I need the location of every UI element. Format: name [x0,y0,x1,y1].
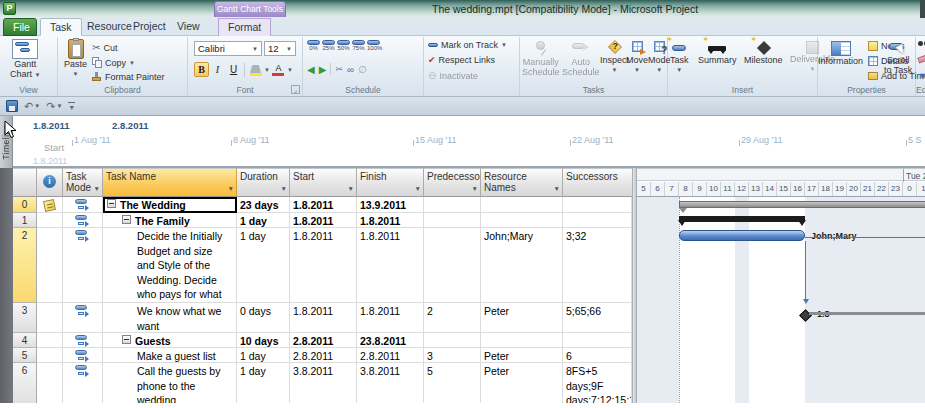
italic-button[interactable]: I [210,62,225,77]
task-blue-bar[interactable] [679,230,805,241]
inspect-button[interactable]: ? Inspect▼ [600,39,629,75]
duration-cell[interactable]: 1 day [237,348,290,363]
split-task-icon[interactable]: ✂ [335,64,343,74]
finish-cell[interactable]: 1.8.2011 [357,303,424,333]
app-icon[interactable]: P [3,2,16,15]
predecessor-cell[interactable]: 3 [424,348,481,363]
filter-arrow-icon[interactable]: ▼ [472,183,478,194]
mark-on-track-button[interactable]: Mark on Track▼ [428,40,507,50]
successors-cell[interactable] [563,197,632,213]
task-mode-cell[interactable] [63,197,103,213]
column-header-successors[interactable]: Successors [563,168,632,197]
filter-arrow-icon[interactable]: ▼ [228,183,234,194]
successors-cell[interactable] [563,213,632,228]
row-header[interactable]: 3 [13,303,37,333]
filter-arrow-icon[interactable]: ▼ [94,183,100,194]
task-name-cell[interactable]: Guests [103,333,237,348]
row-header[interactable]: 0 [13,197,37,213]
qat-customize-button[interactable]: ▼ [68,102,75,111]
background-color-button[interactable] [248,62,263,77]
task-name-cell[interactable]: The Family meeting [103,213,237,228]
indent-task-icon[interactable]: ▶ [319,64,327,75]
resource-names-cell[interactable] [481,197,563,213]
outdent-task-icon[interactable]: ◀ [307,64,315,75]
duration-cell[interactable]: 0 days [237,303,290,333]
task-name-cell[interactable]: Call the guests by phone to the wedding [103,363,237,403]
task-name-cell[interactable]: We know what we want [103,303,237,333]
resource-names-cell[interactable] [481,213,563,228]
start-cell[interactable]: 1.8.2011 [290,228,357,303]
column-header-duration[interactable]: Duration▼ [237,168,290,197]
task-mode-cell[interactable] [63,348,103,363]
insert-milestone-button[interactable]: ✶ Milestone [744,39,783,65]
start-cell[interactable]: 3.8.2011 [290,363,357,403]
start-cell[interactable]: 1.8.2011 [290,197,357,213]
clear-button[interactable] [918,56,925,62]
resource-names-cell[interactable]: Peter [481,303,563,333]
move-button[interactable]: Move▼ [626,39,648,75]
duration-cell[interactable]: 1 day [237,213,290,228]
indicator-cell[interactable] [37,228,63,303]
insert-summary-button[interactable]: ✶ Summary [698,39,737,65]
row-header[interactable]: 1 [13,213,37,228]
column-header-task-name[interactable]: Task Name▼ [103,168,237,197]
successors-cell[interactable] [563,333,632,348]
finish-cell[interactable]: 23.8.2011 [357,333,424,348]
start-cell[interactable]: 1.8.2011 [290,213,357,228]
row-header[interactable]: 2 [13,228,37,303]
row-header[interactable]: 5 [13,348,37,363]
predecessor-cell[interactable] [424,197,481,213]
duration-cell[interactable]: 1 day [237,363,290,403]
summary-black-bar[interactable] [679,216,805,222]
format-painter-button[interactable]: Format Painter [92,72,165,82]
copy-button[interactable]: Copy ▼ [92,57,135,68]
finish-cell[interactable]: 3.8.2011 [357,363,424,403]
resource-names-cell[interactable]: Peter [481,348,563,363]
task-mode-cell[interactable] [63,213,103,228]
finish-cell[interactable]: 2.8.2011 [357,348,424,363]
column-header-task-mode[interactable]: Task Mode▼ [63,168,103,197]
insert-task-button[interactable]: ✶ Task▼ [670,39,689,75]
column-header-info[interactable]: i [37,168,63,197]
resource-names-cell[interactable]: John;Mary [481,228,563,303]
filter-arrow-icon[interactable]: ▼ [415,183,421,194]
gantt-timescale-days[interactable]: Tue 2 [637,168,925,181]
find-button[interactable] [918,41,925,48]
successors-cell[interactable]: 3;32 [563,228,632,303]
resource-names-cell[interactable]: Peter [481,363,563,403]
indicator-cell[interactable] [37,303,63,333]
fill-button[interactable]: ▼ [918,71,925,81]
font-size-select[interactable]: 12▼ [264,41,296,56]
predecessor-cell[interactable] [424,213,481,228]
link-tasks-icon[interactable]: ∞ [347,64,354,75]
manually-schedule-button[interactable]: ManuallySchedule [522,39,560,77]
task-mode-cell[interactable] [63,363,103,403]
inactivate-button[interactable]: ⊖ Inactivate [428,70,478,81]
indicator-cell[interactable] [37,213,63,228]
summary-gray-bar[interactable] [679,201,925,208]
progress-75-button[interactable]: 75% [352,40,365,51]
finish-cell[interactable]: 1.8.2011 [357,228,424,303]
task-mode-cell[interactable] [63,303,103,333]
timeline-pane[interactable]: 1.8.2011 2.8.2011 Start 1.8.2011 1 Aug '… [0,116,925,168]
finish-cell[interactable]: 13.9.2011 [357,197,424,213]
progress-50-button[interactable]: 50% [337,40,350,51]
indicator-cell[interactable] [37,197,63,213]
gantt-chart-body[interactable]: John;Mary1.8 [637,197,925,403]
gantt-chart-pane[interactable]: Tue 2 5678910111213141516171819202122230… [637,168,925,403]
start-cell[interactable]: 2.8.2011 [290,348,357,363]
predecessor-cell[interactable] [424,333,481,348]
progress-0-button[interactable]: 0% [307,40,320,51]
filter-arrow-icon[interactable]: ▼ [348,183,354,194]
successors-cell[interactable]: 8FS+5 days;9F days;7;12;15;1 [563,363,632,403]
indicator-cell[interactable] [37,348,63,363]
filter-arrow-icon[interactable]: ▼ [281,183,287,194]
font-family-select[interactable]: Calibri▼ [194,41,262,56]
font-color-button[interactable]: A [271,62,286,77]
column-header-finish[interactable]: Finish▼ [357,168,424,197]
save-button[interactable] [6,100,18,112]
undo-button[interactable]: ↶▼ [24,100,40,113]
paste-button[interactable]: Paste ▼ [64,39,87,79]
tab-format[interactable]: Format [218,18,271,36]
redo-button[interactable]: ↷▼ [46,100,62,113]
